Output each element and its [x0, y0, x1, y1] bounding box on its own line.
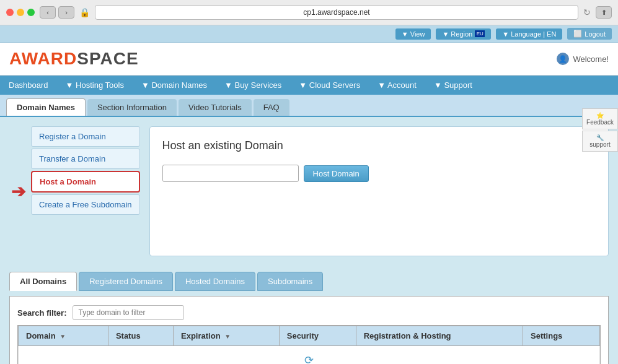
domain-tab-hosted[interactable]: Hosted Domains [175, 272, 255, 291]
share-button[interactable]: ⬆ [596, 6, 612, 19]
main-content: ➔ Register a Domain Transfer a Domain Ho… [0, 117, 618, 266]
domain-tab-registered[interactable]: Registered Domains [79, 272, 173, 291]
menu-register-domain[interactable]: Register a Domain [31, 126, 140, 147]
tab-bar: Domain Names Section Information Video T… [0, 95, 618, 117]
security-icon: 🔒 [79, 7, 90, 17]
host-domain-input[interactable] [162, 165, 299, 182]
browser-titlebar: ‹ › 🔒 cp1.awardspace.net ↻ ⬆ [0, 0, 618, 25]
sidebar-buttons: ⭐ Feedback 🔧 support [582, 108, 618, 152]
nav-support[interactable]: ▼ Support [425, 76, 481, 95]
user-avatar: 👤 [557, 53, 569, 65]
refresh-button[interactable]: ↻ [583, 7, 591, 17]
header-domain[interactable]: Domain ▼ [19, 326, 108, 346]
view-button[interactable]: ▼ View [395, 28, 431, 40]
logout-icon: ⬜ [573, 30, 582, 38]
browser-chrome: ‹ › 🔒 cp1.awardspace.net ↻ ⬆ [0, 0, 618, 25]
panel-title: Host an existing Domain [162, 139, 596, 152]
support-button[interactable]: 🔧 support [582, 131, 618, 152]
support-label: support [585, 141, 616, 148]
domain-tab-all[interactable]: All Domains [9, 272, 77, 291]
nav-cloud-servers[interactable]: ▼ Cloud Servers [290, 76, 369, 95]
feedback-button[interactable]: ⭐ Feedback [582, 108, 618, 129]
tab-video-tutorials[interactable]: Video Tutorials [179, 99, 252, 116]
feedback-label: Feedback [585, 119, 616, 126]
header-registration-hosting: Registration & Hosting [356, 326, 523, 346]
sort-arrow-expiration: ▼ [224, 333, 231, 340]
close-button[interactable] [6, 9, 14, 16]
nav-hosting-tools[interactable]: ▼ Hosting Tools [57, 76, 133, 95]
nav-dashboard[interactable]: Dashboard [0, 76, 57, 95]
flag-icon: EU [475, 30, 485, 37]
domain-tab-subdomains[interactable]: Subdomains [257, 272, 323, 291]
table-wrapper: Domain ▼ Status Expiration ▼ Security Re… [17, 325, 601, 364]
minimize-button[interactable] [17, 9, 24, 16]
table-loading-row: ⟳ [19, 346, 600, 365]
welcome-area: 👤 Welcome! [557, 53, 609, 65]
red-arrow-icon: ➔ [11, 182, 25, 201]
tab-section-information[interactable]: Section Information [87, 99, 177, 116]
address-bar-container: 🔒 cp1.awardspace.net ↻ [79, 5, 591, 20]
traffic-lights [6, 9, 35, 16]
welcome-text: Welcome! [573, 54, 609, 64]
site-header: AWARDSPACE 👤 Welcome! [0, 43, 618, 76]
share-icon: ⬆ [601, 9, 607, 17]
search-label: Search filter: [17, 308, 66, 318]
arrow-indicator: ➔ [11, 181, 25, 202]
search-input[interactable] [73, 305, 184, 320]
logo: AWARDSPACE [9, 49, 139, 69]
language-button[interactable]: ▼ Language | EN [496, 28, 562, 40]
region-button[interactable]: ▼ Region EU [436, 28, 491, 40]
top-toolbar: ▼ View ▼ Region EU ▼ Language | EN ⬜ Log… [0, 25, 618, 43]
feedback-icon: ⭐ [585, 112, 616, 119]
left-menu: Register a Domain Transfer a Domain Host… [31, 126, 140, 256]
header-status: Status [108, 326, 173, 346]
logo-red: AWARD [9, 49, 77, 68]
domain-tabs: All Domains Registered Domains Hosted Do… [9, 272, 609, 291]
header-expiration[interactable]: Expiration ▼ [174, 326, 280, 346]
support-icon: 🔧 [585, 134, 616, 141]
search-filter-row: Search filter: [17, 300, 601, 325]
search-filter-container: Search filter: Domain ▼ Status Expiratio… [9, 296, 609, 364]
forward-button[interactable]: › [58, 6, 74, 19]
tab-domain-names[interactable]: Domain Names [6, 98, 86, 116]
host-domain-form: Host Domain [162, 165, 596, 182]
sort-arrow-domain: ▼ [60, 333, 66, 340]
nav-domain-names[interactable]: ▼ Domain Names [133, 76, 216, 95]
header-settings: Settings [523, 326, 600, 346]
nav-buttons: ‹ › [40, 6, 74, 19]
host-domain-button[interactable]: Host Domain [304, 165, 369, 182]
back-button[interactable]: ‹ [40, 6, 56, 19]
right-panel: Host an existing Domain Host Domain [149, 126, 609, 256]
logout-button[interactable]: ⬜ Logout [567, 28, 612, 40]
menu-create-subdomain[interactable]: Create a Free Subdomain [31, 194, 140, 215]
bottom-section: All Domains Registered Domains Hosted Do… [0, 266, 618, 364]
tab-faq[interactable]: FAQ [254, 99, 289, 116]
address-bar[interactable]: cp1.awardspace.net [95, 5, 578, 20]
maximize-button[interactable] [27, 9, 35, 16]
nav-account[interactable]: ▼ Account [369, 76, 425, 95]
menu-transfer-domain[interactable]: Transfer a Domain [31, 149, 140, 169]
logo-gray: SPACE [77, 49, 138, 68]
table-header-row: Domain ▼ Status Expiration ▼ Security Re… [19, 326, 600, 346]
nav-buy-services[interactable]: ▼ Buy Services [216, 76, 290, 95]
menu-host-domain[interactable]: Host a Domain [31, 171, 140, 193]
main-nav: Dashboard ▼ Hosting Tools ▼ Domain Names… [0, 76, 618, 95]
header-security: Security [279, 326, 356, 346]
domain-table: Domain ▼ Status Expiration ▼ Security Re… [18, 326, 600, 364]
loading-icon: ⟳ [304, 354, 314, 364]
